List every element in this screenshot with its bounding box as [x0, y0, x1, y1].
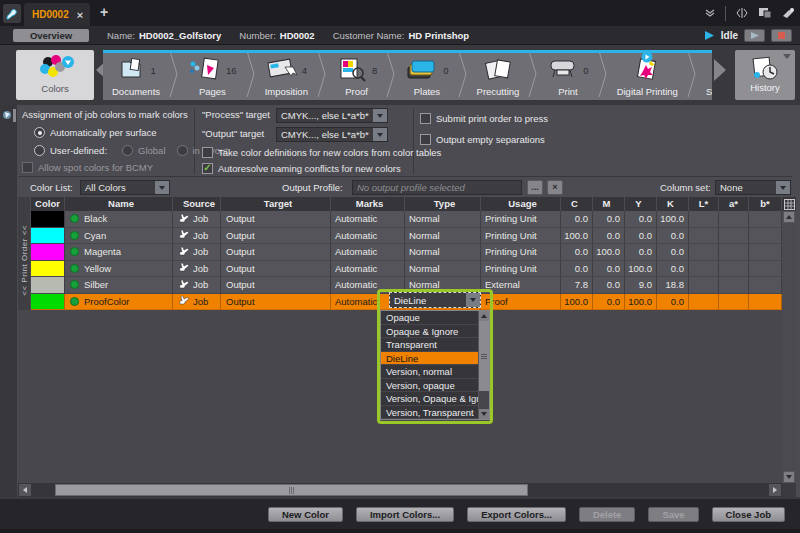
step-digital-printing[interactable]: Digital Printing — [608, 50, 687, 100]
color-name-cell[interactable]: Silber — [65, 277, 173, 294]
usage-cell[interactable]: Printing Unit — [481, 261, 561, 278]
c-value-cell[interactable]: 7.8 — [561, 277, 593, 294]
m-value-cell[interactable]: 100.0 — [593, 244, 625, 261]
dropdown-option[interactable]: Version, Transparent — [381, 406, 478, 420]
scroll-steps-right-icon[interactable] — [714, 59, 726, 81]
table-row-black[interactable]: BlackJobOutputAutomaticNormalPrinting Un… — [31, 211, 796, 228]
output-target-select[interactable]: CMYK..., else L*a*b* — [276, 127, 388, 142]
checkbox-autoresolve-naming[interactable] — [202, 163, 213, 174]
step-sheet-finishing[interactable]: Sheet finishing — [697, 50, 712, 100]
target-cell[interactable]: Output — [221, 261, 331, 278]
b-value-cell[interactable] — [749, 294, 782, 311]
b-value-cell[interactable] — [749, 244, 782, 261]
usage-cell[interactable]: Proof — [481, 294, 561, 311]
tab-close-icon[interactable]: × — [77, 9, 83, 21]
chevron-down-icon[interactable] — [373, 128, 387, 141]
stop-processing-button[interactable] — [771, 29, 792, 42]
a-value-cell[interactable] — [719, 261, 749, 278]
k-value-cell[interactable]: 100.0 — [657, 211, 689, 228]
k-value-cell[interactable]: 0.0 — [657, 228, 689, 245]
target-cell[interactable]: Output — [221, 244, 331, 261]
column-header-color[interactable]: Color — [31, 197, 65, 211]
a-value-cell[interactable] — [719, 244, 749, 261]
a-value-cell[interactable] — [719, 228, 749, 245]
k-value-cell[interactable]: 0.0 — [657, 244, 689, 261]
browse-profile-button[interactable]: ... — [527, 180, 543, 195]
radio-global[interactable] — [122, 145, 133, 156]
scroll-right-button[interactable] — [769, 484, 781, 496]
color-name-cell[interactable]: Black — [65, 211, 173, 228]
chevron-down-icon[interactable] — [466, 293, 480, 307]
c-value-cell[interactable]: 0.0 — [561, 244, 593, 261]
new-color-button[interactable]: New Color — [268, 507, 343, 522]
c-value-cell[interactable]: 100.0 — [561, 228, 593, 245]
a-value-cell[interactable] — [719, 211, 749, 228]
process-target-select[interactable]: CMYK..., else L*a*b* — [276, 108, 388, 123]
popup-scroll-down-icon[interactable] — [479, 409, 489, 419]
radio-in-layout[interactable] — [177, 145, 188, 156]
split-view-icon[interactable] — [735, 7, 749, 19]
m-value-cell[interactable]: 0.0 — [593, 261, 625, 278]
job-tab[interactable]: HD0002 × — [24, 3, 90, 26]
column-header-marks[interactable]: Marks — [331, 197, 405, 211]
usage-cell[interactable]: Printing Unit — [481, 228, 561, 245]
windows-icon[interactable] — [758, 7, 772, 19]
scroll-left-button[interactable] — [19, 484, 31, 496]
step-precutting[interactable]: Precutting — [468, 50, 529, 100]
type-cell[interactable]: Normal — [405, 244, 481, 261]
marks-cell[interactable]: Automatic — [331, 244, 405, 261]
dropdown-option[interactable]: Opaque & Ignore — [381, 325, 478, 339]
popup-scrollbar[interactable] — [478, 311, 489, 419]
popup-scroll-up-icon[interactable] — [479, 311, 489, 321]
history-dropdown-icon[interactable] — [783, 54, 791, 59]
k-value-cell[interactable]: 18.8 — [657, 277, 689, 294]
c-value-cell[interactable]: 0.0 — [561, 261, 593, 278]
step-proof[interactable]: 8Proof — [327, 50, 386, 100]
b-value-cell[interactable] — [749, 277, 782, 294]
y-value-cell[interactable]: 0.0 — [625, 211, 657, 228]
y-value-cell[interactable]: 100.0 — [625, 294, 657, 311]
dropdown-option[interactable]: Version, opaque — [381, 379, 478, 393]
dropdown-option[interactable]: Opaque — [381, 311, 478, 325]
m-value-cell[interactable]: 0.0 — [593, 211, 625, 228]
chevron-down-icon[interactable] — [155, 181, 169, 194]
k-value-cell[interactable]: 0.0 — [657, 294, 689, 311]
scroll-up-button[interactable] — [783, 211, 795, 223]
usage-cell[interactable]: External — [481, 277, 561, 294]
checkbox-submit-print-order[interactable] — [420, 113, 431, 124]
type-cell[interactable]: Normal — [405, 261, 481, 278]
column-header-name[interactable]: Name — [65, 197, 173, 211]
a-value-cell[interactable] — [719, 277, 749, 294]
column-header-source[interactable]: Source — [173, 197, 221, 211]
panel-splitter[interactable] — [13, 109, 16, 122]
y-value-cell[interactable]: 9.0 — [625, 277, 657, 294]
color-list-select[interactable]: All Colors — [80, 180, 170, 195]
column-header-y[interactable]: Y — [625, 197, 657, 211]
column-header-l[interactable]: L* — [689, 197, 719, 211]
close-job-button[interactable]: Close Job — [712, 507, 785, 522]
color-name-cell[interactable]: Yellow — [65, 261, 173, 278]
panel-handle-icon[interactable] — [2, 109, 13, 120]
marks-cell[interactable]: Automatic — [331, 261, 405, 278]
new-tab-button[interactable]: + — [100, 4, 108, 20]
column-header-type[interactable]: Type — [405, 197, 481, 211]
checkbox-take-color-definitions[interactable] — [202, 147, 213, 158]
l-value-cell[interactable] — [689, 277, 719, 294]
radio-automatically-per-surface[interactable] — [34, 127, 45, 138]
type-dropdown[interactable]: DieLine — [389, 292, 481, 308]
dropdown-option[interactable]: Transparent — [381, 338, 478, 352]
step-imposition[interactable]: 4Imposition — [256, 50, 317, 100]
column-header-a[interactable]: a* — [719, 197, 749, 211]
vertical-scrollbar[interactable] — [782, 211, 796, 483]
column-header-b[interactable]: b* — [749, 197, 782, 211]
k-value-cell[interactable]: 0.0 — [657, 261, 689, 278]
table-row-magenta[interactable]: MagentaJobOutputAutomaticNormalPrinting … — [31, 244, 796, 261]
column-header-usage[interactable]: Usage — [481, 197, 561, 211]
chevron-down-icon[interactable] — [776, 181, 790, 194]
column-header-k[interactable]: K — [657, 197, 689, 211]
overview-button[interactable]: Overview — [13, 29, 89, 42]
b-value-cell[interactable] — [749, 228, 782, 245]
type-cell[interactable]: Normal — [405, 228, 481, 245]
popup-scroll-thumb[interactable] — [479, 321, 489, 391]
target-cell[interactable]: Output — [221, 277, 331, 294]
